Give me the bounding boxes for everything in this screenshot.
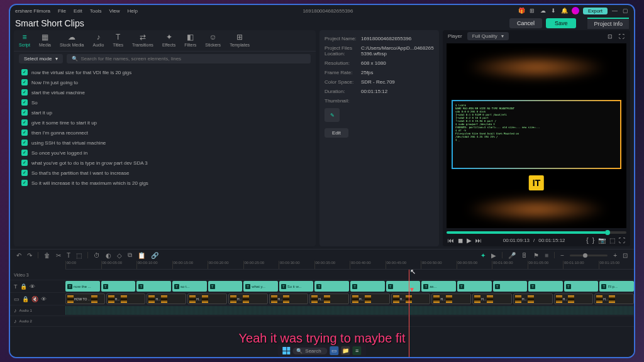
paste-icon[interactable]: 📋 bbox=[138, 252, 145, 259]
crop-tool-icon[interactable]: ⬚ bbox=[76, 252, 82, 259]
lock-icon[interactable]: 🔒 bbox=[20, 283, 27, 290]
video-clip[interactable]: H... bbox=[106, 293, 146, 304]
speed-icon[interactable]: ⏱ bbox=[94, 252, 100, 259]
checkbox-icon[interactable]: ✓ bbox=[21, 119, 28, 126]
quality-select[interactable]: Full Quality▾ bbox=[467, 32, 509, 40]
tab-templates[interactable]: ⊞Templates bbox=[230, 33, 250, 47]
video-clip[interactable]: H... bbox=[228, 293, 268, 304]
script-line[interactable]: ✓So that's the partition that I want to … bbox=[19, 168, 311, 178]
track-header-v1[interactable]: ▭🔒🔇👁 bbox=[10, 293, 65, 305]
menu-file[interactable]: File bbox=[58, 8, 66, 14]
menu-edit[interactable]: Edit bbox=[74, 8, 82, 14]
snapshot-icon[interactable]: ⊡ bbox=[606, 33, 613, 40]
camera-icon[interactable]: 📷 bbox=[598, 237, 606, 244]
checkbox-icon[interactable]: ✓ bbox=[21, 129, 28, 136]
track-header-a2[interactable]: ♪Audio 2 bbox=[10, 316, 65, 327]
video-clip[interactable]: H... bbox=[350, 293, 390, 304]
checkbox-icon[interactable]: ✓ bbox=[21, 170, 28, 176]
gift-icon[interactable]: 🎁 bbox=[518, 8, 525, 14]
text-clip[interactable]: T bbox=[528, 281, 563, 292]
track-header-v3[interactable]: Video 3 bbox=[10, 270, 65, 280]
menu-view[interactable]: View bbox=[109, 8, 119, 14]
split-icon[interactable]: ✂ bbox=[56, 252, 61, 259]
text-clip[interactable]: T bbox=[314, 281, 349, 292]
script-line[interactable]: ✓then I'm gonna reconnect bbox=[19, 128, 311, 138]
scrub-bar[interactable] bbox=[447, 231, 626, 234]
tab-script[interactable]: ≡Script bbox=[19, 33, 30, 47]
video-clip[interactable]: H... bbox=[554, 293, 594, 304]
bell-icon[interactable]: 🔔 bbox=[561, 8, 568, 14]
script-line[interactable]: ✓So it will increase it to the maximum w… bbox=[19, 178, 311, 188]
redo-icon[interactable]: ↷ bbox=[27, 252, 32, 259]
text-clip[interactable]: Tso t... bbox=[172, 281, 207, 292]
text-clip[interactable]: T bbox=[136, 281, 171, 292]
tab-titles[interactable]: TTitles bbox=[113, 33, 123, 47]
script-line[interactable]: ✓using SSH to that virtual machine bbox=[19, 138, 311, 148]
track-v2-lane[interactable]: Tnow the ...TTTso t...TTwhat y...TSo it … bbox=[65, 280, 634, 293]
script-line[interactable]: ✓So once you've logged in bbox=[19, 148, 311, 158]
link-icon[interactable]: 🔗 bbox=[151, 252, 158, 259]
tab-stickers[interactable]: ☺Stickers bbox=[205, 33, 221, 47]
text-clip[interactable]: T bbox=[493, 281, 528, 292]
mute-icon[interactable]: 🔇 bbox=[31, 296, 38, 302]
text-clip[interactable]: TI'll p... bbox=[599, 281, 634, 292]
text-clip[interactable]: T bbox=[350, 281, 385, 292]
bracket-right-icon[interactable]: } bbox=[592, 237, 594, 244]
checkbox-icon[interactable]: ✓ bbox=[21, 89, 28, 96]
video-clip[interactable]: H... bbox=[269, 293, 309, 304]
video-clip[interactable]: H... bbox=[431, 293, 471, 304]
checkbox-icon[interactable]: ✓ bbox=[21, 150, 28, 156]
text-icon[interactable]: T bbox=[67, 252, 70, 259]
track-icon[interactable]: ≡ bbox=[545, 252, 548, 259]
video-clip[interactable]: H... bbox=[147, 293, 186, 304]
thumbnail-box[interactable]: ✎ bbox=[325, 108, 340, 122]
start-button[interactable] bbox=[282, 347, 290, 354]
menu-tools[interactable]: Tools bbox=[90, 8, 102, 14]
cloud-icon[interactable]: ☁ bbox=[540, 8, 547, 14]
tab-effects[interactable]: ✦Effects bbox=[162, 33, 175, 47]
taskbar-app-2[interactable]: 📁 bbox=[341, 346, 350, 355]
track-v1-lane[interactable]: HOW TO ...H...H...H...H...H...H...H...H.… bbox=[65, 293, 634, 305]
script-line[interactable]: ✓So bbox=[19, 97, 311, 107]
text-clip[interactable]: T bbox=[208, 281, 243, 292]
stop-icon[interactable]: ◼ bbox=[458, 237, 463, 244]
checkbox-icon[interactable]: ✓ bbox=[21, 69, 28, 75]
play-icon[interactable]: ▶ bbox=[467, 237, 472, 244]
checkbox-icon[interactable]: ✓ bbox=[21, 160, 28, 166]
script-line[interactable]: ✓now the virtual size for that VDI file … bbox=[19, 67, 311, 77]
video-clip[interactable]: H... bbox=[309, 293, 349, 304]
script-line[interactable]: ✓start it up bbox=[19, 107, 311, 118]
checkbox-icon[interactable]: ✓ bbox=[21, 180, 28, 186]
tab-filters[interactable]: ◧Filters bbox=[184, 33, 196, 47]
taskbar-app-3[interactable]: ≡ bbox=[353, 346, 362, 355]
checkbox-icon[interactable]: ✓ bbox=[21, 99, 28, 106]
tab-transitions[interactable]: ⇄Transitions bbox=[132, 33, 153, 47]
checkbox-icon[interactable]: ✓ bbox=[21, 140, 28, 146]
export-button[interactable]: Export bbox=[583, 8, 608, 14]
prev-icon[interactable]: ⏮ bbox=[448, 237, 454, 244]
checkbox-icon[interactable]: ✓ bbox=[21, 79, 28, 85]
mic-icon[interactable]: 🎤 bbox=[508, 252, 516, 259]
zoom-out-icon[interactable]: − bbox=[560, 252, 564, 259]
text-clip[interactable]: Tnow the ... bbox=[65, 281, 100, 292]
script-line[interactable]: ✓what you've got to do is type in grow p… bbox=[19, 158, 311, 168]
video-clip[interactable]: H... bbox=[187, 293, 227, 304]
undo-icon[interactable]: ↶ bbox=[16, 252, 21, 259]
text-clip[interactable]: T bbox=[457, 281, 492, 292]
avatar[interactable] bbox=[572, 7, 579, 14]
download-icon[interactable]: ⬇ bbox=[550, 8, 557, 14]
color-icon[interactable]: ◐ bbox=[106, 252, 111, 259]
crop-icon[interactable]: ⬚ bbox=[609, 237, 615, 244]
track-v3-lane[interactable] bbox=[65, 270, 634, 280]
script-line[interactable]: ✓start the virtual machine bbox=[19, 87, 311, 97]
script-line[interactable]: ✓Now I'm just going to bbox=[19, 77, 311, 87]
lock-icon[interactable]: 🔒 bbox=[22, 296, 29, 302]
text-clip[interactable]: T bbox=[564, 281, 599, 292]
mixer-icon[interactable]: 🎚 bbox=[521, 252, 528, 259]
save-button[interactable]: Save bbox=[546, 18, 577, 28]
maximize-icon[interactable]: ▢ bbox=[622, 8, 629, 14]
track-header-a1[interactable]: ♪Audio 1 bbox=[10, 305, 65, 316]
text-clip[interactable]: TSo it w... bbox=[279, 281, 314, 292]
playhead[interactable] bbox=[409, 270, 409, 357]
play-tl-icon[interactable]: ▶ bbox=[491, 252, 496, 259]
